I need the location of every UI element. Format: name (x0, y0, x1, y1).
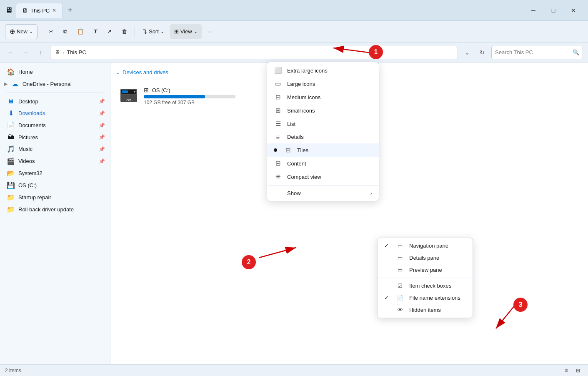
tab-bar: 🖥 This PC ✕ + (16, 3, 76, 18)
view-option-details[interactable]: ≡ Details (267, 130, 379, 143)
sidebar-item-home[interactable]: 🏠 Home (0, 66, 110, 78)
refresh-button[interactable]: ↻ (476, 47, 488, 58)
show-submenu: ✓ ▭ Navigation pane ▭ Details pane ▭ Pre… (377, 238, 473, 318)
pictures-icon: 🏔 (7, 133, 15, 141)
more-icon: ··· (208, 28, 212, 35)
home-label: Home (18, 69, 33, 75)
content-icon: ⊟ (274, 160, 282, 167)
show-option-details-pane[interactable]: ▭ Details pane (378, 252, 473, 264)
tab-icon: 🖥 (22, 7, 28, 14)
annotation-2: 2 (242, 255, 256, 269)
app-icon: 🖥 (5, 6, 13, 15)
tiles-dot (274, 148, 277, 152)
path-separator: › (63, 49, 64, 55)
paste-button[interactable]: 📋 (73, 24, 88, 39)
details-pane-label: Details pane (409, 255, 439, 261)
view-option-compact[interactable]: ✳ Compact view (267, 170, 379, 183)
rename-icon: T (94, 28, 97, 35)
view-option-extra-large[interactable]: ⬜ Extra large icons (267, 64, 379, 77)
file-ext-label: File name extensions (409, 295, 460, 301)
show-option-preview-pane[interactable]: ▭ Preview pane (378, 264, 473, 276)
sidebar: 🏠 Home ▶ ☁ OneDrive - Personal 🖥 Desktop… (0, 63, 110, 364)
drive-item-c[interactable]: OS ⊞ OS (C:) 102 GB free of 307 GB (115, 82, 249, 110)
show-submenu-divider (378, 278, 473, 278)
compact-icon: ✳ (274, 173, 282, 180)
sidebar-item-videos[interactable]: 🎬 Videos 📌 (0, 155, 110, 167)
sidebar-item-desktop[interactable]: 🖥 Desktop 📌 (0, 95, 110, 107)
cut-button[interactable]: ✂ (45, 24, 58, 39)
sidebar-item-startup-repair[interactable]: 📁 Startup repair (0, 191, 110, 203)
sidebar-item-os-c[interactable]: 💾 OS (C:) (0, 179, 110, 191)
sidebar-item-roll-back[interactable]: 📁 Roll back driver update (0, 203, 110, 216)
details-pane-icon: ▭ (396, 255, 404, 261)
view-button[interactable]: ⊞ View ⌄ (170, 24, 202, 39)
preview-pane-icon: ▭ (396, 267, 404, 273)
cut-icon: ✂ (49, 28, 53, 35)
address-bar: ← → ↑ 🖥 › This PC ⌄ ↻ 🔍 (0, 43, 588, 63)
onedrive-icon: ☁ (11, 80, 19, 88)
sidebar-item-downloads[interactable]: ⬇ Downloads 📌 (0, 107, 110, 119)
show-option-item-checkboxes[interactable]: ☑ Item check boxes (378, 280, 473, 292)
address-path[interactable]: 🖥 › This PC (50, 46, 458, 59)
copy-button[interactable]: ⧉ (59, 24, 71, 39)
sort-chevron-icon: ⌄ (160, 29, 164, 34)
large-icons-icon: ▭ (274, 80, 282, 88)
minimize-button[interactable]: ─ (524, 4, 543, 17)
os-c-label: OS (C:) (18, 182, 37, 188)
search-input[interactable] (495, 49, 570, 55)
sort-button[interactable]: ⇅ Sort ⌄ (138, 24, 168, 39)
sidebar-item-music[interactable]: 🎵 Music 📌 (0, 143, 110, 155)
rename-button[interactable]: T (90, 24, 101, 39)
music-label: Music (18, 146, 33, 152)
new-icon: ⊕ (10, 28, 15, 35)
show-option-nav-pane[interactable]: ✓ ▭ Navigation pane (378, 240, 473, 252)
share-button[interactable]: ↗ (103, 24, 116, 39)
address-dropdown-button[interactable]: ⌄ (461, 47, 473, 58)
show-option-file-extensions[interactable]: ✓ 📄 File name extensions (378, 292, 473, 304)
show-label: Show (287, 190, 301, 196)
sidebar-item-onedrive[interactable]: ▶ ☁ OneDrive - Personal (0, 78, 110, 90)
maximize-button[interactable]: □ (544, 4, 563, 17)
new-tab-button[interactable]: + (64, 5, 76, 16)
up-button[interactable]: ↑ (35, 47, 47, 58)
sidebar-item-documents[interactable]: 📄 Documents 📌 (0, 119, 110, 131)
details-label: Details (287, 134, 304, 140)
more-options-button[interactable]: ··· (203, 24, 216, 39)
svg-text:OS: OS (126, 98, 131, 102)
back-button[interactable]: ← (5, 47, 17, 58)
drive-icon-wrapper: OS (119, 85, 139, 107)
large-icon-view-toggle[interactable]: ⊞ (573, 366, 583, 375)
drive-progress-bar (144, 95, 235, 98)
new-button[interactable]: ⊕ New ⌄ (5, 24, 38, 39)
tab-close-button[interactable]: ✕ (52, 8, 56, 13)
preview-pane-label: Preview pane (409, 267, 442, 273)
drive-name: ⊞ OS (C:) (144, 87, 245, 93)
view-option-medium[interactable]: ⊟ Medium icons (267, 90, 379, 104)
show-submenu-trigger[interactable]: Show › (267, 187, 379, 199)
sidebar-item-pictures[interactable]: 🏔 Pictures 📌 (0, 131, 110, 143)
show-option-hidden-items[interactable]: 👁 Hidden items (378, 304, 473, 316)
view-option-list[interactable]: ☰ List (267, 117, 379, 130)
drive-info: ⊞ OS (C:) 102 GB free of 307 GB (144, 87, 245, 105)
roll-back-label: Roll back driver update (18, 206, 74, 213)
search-box[interactable]: 🔍 (491, 46, 583, 59)
view-option-small[interactable]: ⊞ Small icons (267, 104, 379, 117)
view-option-large[interactable]: ▭ Large icons (267, 77, 379, 90)
delete-button[interactable]: 🗑 (118, 24, 131, 39)
back-icon: ← (8, 49, 14, 56)
view-option-tiles[interactable]: ⊟ Tiles (267, 143, 379, 157)
forward-button[interactable]: → (20, 47, 32, 58)
details-view-toggle[interactable]: ≡ (561, 366, 571, 375)
tiles-icon: ⊟ (284, 146, 292, 154)
annotation-3: 3 (513, 298, 528, 312)
view-option-content[interactable]: ⊟ Content (267, 157, 379, 170)
sidebar-item-system32[interactable]: 📂 System32 (0, 167, 110, 179)
downloads-icon: ⬇ (7, 109, 15, 117)
window-controls: ─ □ ✕ (524, 4, 583, 17)
this-pc-tab[interactable]: 🖥 This PC ✕ (16, 3, 63, 18)
delete-icon: 🗑 (122, 28, 127, 35)
close-button[interactable]: ✕ (564, 4, 583, 17)
annotation-1: 1 (369, 45, 383, 59)
view-dropdown-menu: ⬜ Extra large icons ▭ Large icons ⊟ Medi… (267, 62, 379, 201)
documents-icon: 📄 (7, 121, 15, 129)
